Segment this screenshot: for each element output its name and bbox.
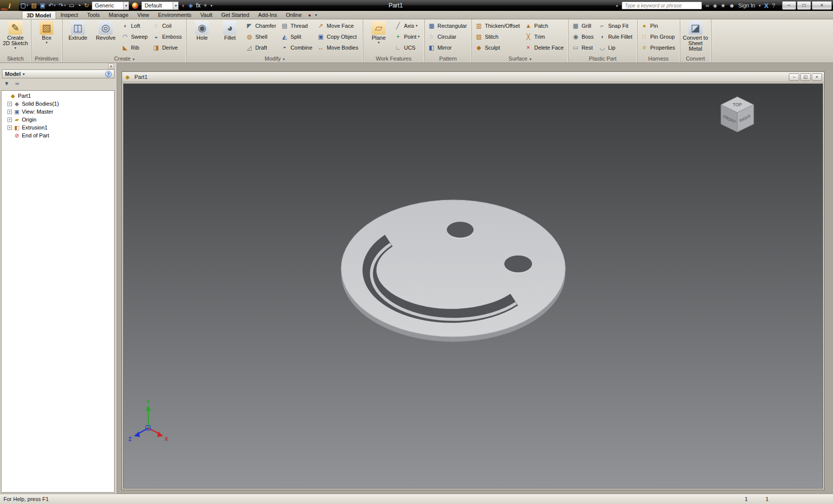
color-override-button[interactable]: ◐ (180, 1, 187, 10)
tab-tools[interactable]: Tools (82, 11, 104, 19)
browser-header[interactable]: Model ▾ ? (2, 69, 115, 78)
button-loft[interactable]: ◗Loft (120, 20, 150, 31)
button-snap-fit[interactable]: ⌐Snap Fit (597, 20, 635, 31)
button-create-2d-sketch[interactable]: ✎Create2D Sketch▾ (1, 20, 29, 55)
button-rectangular[interactable]: ▦Rectangular (427, 20, 469, 31)
tab-inspect[interactable]: Inspect (56, 11, 82, 19)
button-hole[interactable]: ◉Hole (188, 20, 216, 55)
button-trim[interactable]: ╳Trim (523, 31, 566, 42)
tab-get-started[interactable]: Get Started (217, 11, 254, 19)
button-coil[interactable]: ◌Coil (151, 20, 185, 31)
ribbon-group-label-create[interactable]: Create ▾ (63, 55, 186, 63)
button-delete-face[interactable]: ×Delete Face (523, 42, 566, 53)
online-sync-icon[interactable]: ● (306, 11, 313, 19)
button-extrude[interactable]: ◫Extrude (64, 20, 92, 55)
expander-icon[interactable]: + (7, 118, 12, 122)
button-move-face[interactable]: ↗Move Face (316, 20, 361, 31)
button-box[interactable]: ▧Box▾ (33, 20, 61, 55)
button-rib[interactable]: ◣Rib (120, 42, 150, 53)
search-binoculars-icon[interactable]: ∞ (15, 80, 19, 86)
material-dropdown[interactable]: Generic ▾ (92, 1, 129, 10)
qat-overflow-arrow-icon[interactable]: ▾ (208, 3, 214, 8)
search-input[interactable] (622, 1, 702, 9)
new-document-button[interactable]: ▢▾ (19, 1, 30, 10)
appearance-dropdown[interactable]: Default ▾ (141, 1, 179, 10)
subscription-icon[interactable]: ◈ (713, 3, 717, 8)
ribbon-options-arrow-icon[interactable]: ▾ (313, 11, 319, 19)
button-stitch[interactable]: ▨Stitch (474, 31, 522, 42)
button-move-bodies[interactable]: ↔Move Bodies (316, 42, 361, 53)
button-sweep[interactable]: ◠Sweep (120, 31, 150, 42)
button-pin[interactable]: ●Pin (640, 20, 678, 31)
move-feature-button[interactable]: + (202, 1, 208, 10)
update-button[interactable]: ↻ (82, 1, 90, 10)
tree-item-part1[interactable]: ◆Part1 (1, 92, 114, 100)
button-thicken-offset[interactable]: ▥Thicken/Offset (474, 20, 522, 31)
sign-in-button[interactable]: Sign In (738, 2, 755, 8)
button-circular[interactable]: ◌Circular (427, 31, 469, 42)
button-combine[interactable]: ◓Combine (280, 42, 315, 53)
browser-help-icon[interactable]: ? (105, 71, 112, 77)
button-shell[interactable]: ◍Shell (244, 31, 278, 42)
appearance-ball-icon[interactable] (132, 2, 138, 9)
smiley-part-model[interactable] (341, 200, 566, 342)
expander-icon[interactable]: + (7, 126, 12, 130)
tree-item-extrusion1[interactable]: +◧Extrusion1 (1, 124, 114, 131)
binoculars-icon[interactable]: ∞ (705, 3, 709, 8)
tree-item-view-master[interactable]: +▣View: Master (1, 108, 114, 116)
print-button[interactable]: ▭ (67, 1, 76, 10)
button-rule-fillet[interactable]: ◖Rule Fillet (597, 31, 635, 42)
doc-close-button[interactable]: × (812, 73, 822, 81)
help-icon[interactable]: ? (772, 3, 775, 8)
ribbon-group-label-plastic-part[interactable]: Plastic Part (569, 55, 637, 63)
button-plane[interactable]: ▱Plane▾ (365, 20, 392, 55)
button-patch[interactable]: ▲Patch (523, 20, 566, 31)
button-lip[interactable]: ◡Lip (597, 42, 635, 53)
button-copy-object[interactable]: ▣Copy Object (316, 31, 361, 42)
document-window-titlebar[interactable]: ◆ Part1 − ◱ × (122, 72, 824, 82)
exchange-apps-icon[interactable]: X (764, 2, 769, 9)
ribbon-group-label-convert[interactable]: Convert (680, 55, 711, 63)
panel-close-icon[interactable]: × (108, 63, 114, 69)
tab-online[interactable]: Online (281, 11, 306, 19)
ribbon-group-label-work-features[interactable]: Work Features (363, 55, 424, 63)
button-point[interactable]: +Point▾ (393, 31, 422, 42)
maximize-button[interactable]: □ (797, 1, 811, 10)
tree-item-solid-bodies-1[interactable]: +◆Solid Bodies(1) (1, 100, 114, 108)
tree-item-end-of-part[interactable]: ⊘End of Part (1, 131, 114, 139)
tab-view[interactable]: View (133, 11, 154, 19)
tab-manage[interactable]: Manage (104, 11, 133, 19)
button-boss[interactable]: ◉Boss (571, 31, 596, 42)
button-axis[interactable]: ╱Axis▾ (393, 20, 422, 31)
measure-button[interactable]: ◈ (187, 1, 194, 10)
button-chamfer[interactable]: ◤Chamfer (244, 20, 278, 31)
expander-icon[interactable]: + (7, 102, 12, 106)
button-rest[interactable]: ▭Rest (571, 42, 596, 53)
favorites-star-icon[interactable]: ★ (720, 3, 725, 8)
view-cube[interactable]: TOP FRONT RIGHT (721, 97, 754, 132)
button-mirror[interactable]: ◧Mirror (427, 42, 469, 53)
ribbon-group-label-surface[interactable]: Surface ▾ (472, 55, 568, 63)
button-fillet[interactable]: ◕Fillet (216, 20, 244, 55)
person-icon[interactable]: ☻ (729, 3, 735, 8)
fx-parameters-button[interactable]: fx (194, 1, 202, 10)
ribbon-group-label-pattern[interactable]: Pattern (425, 55, 471, 63)
sign-in-dropdown-icon[interactable]: ▾ (759, 3, 761, 8)
button-emboss[interactable]: ◒Emboss (151, 31, 185, 42)
minimize-button[interactable]: − (782, 1, 796, 10)
close-button[interactable]: × (812, 1, 832, 10)
button-grill[interactable]: ▦Grill (571, 20, 596, 31)
button-ucs[interactable]: ∟UCS (393, 42, 422, 53)
expander-icon[interactable]: + (7, 110, 12, 114)
button-pin-group[interactable]: ∷Pin Group (640, 31, 678, 42)
tab-environments[interactable]: Environments (153, 11, 195, 19)
button-derive[interactable]: ◨Derive (151, 42, 185, 53)
ribbon-group-label-sketch[interactable]: Sketch (0, 55, 31, 63)
button-draft[interactable]: ◿Draft (244, 42, 278, 53)
undo-button[interactable]: ↶▾ (47, 1, 58, 10)
save-button[interactable]: ▣ (38, 1, 47, 10)
button-revolve[interactable]: ◎Revolve (92, 20, 120, 55)
3d-viewport[interactable]: TOP FRONT RIGHT Y X Z (123, 83, 823, 489)
iproperties-button[interactable]: ◔ (76, 1, 82, 10)
open-button[interactable]: ▤ (30, 1, 38, 10)
